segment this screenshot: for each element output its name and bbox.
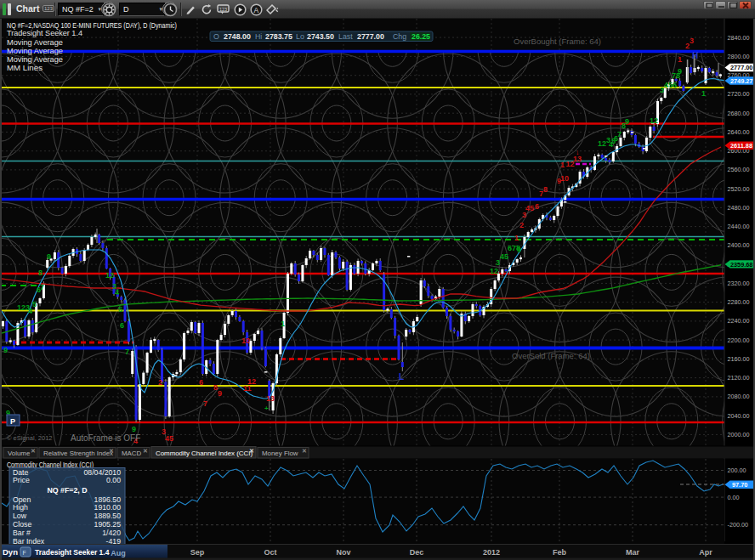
- svg-text:8: 8: [543, 185, 548, 194]
- svg-text:6: 6: [120, 321, 124, 330]
- svg-text:9: 9: [625, 117, 629, 126]
- svg-text:7: 7: [203, 399, 207, 408]
- svg-text:Chg: Chg: [393, 32, 406, 41]
- svg-text:Bar #: Bar #: [13, 529, 31, 537]
- svg-text:200.00: 200.00: [728, 467, 746, 474]
- svg-text:2: 2: [158, 378, 162, 387]
- svg-text:08/04/2010: 08/04/2010: [84, 468, 122, 477]
- svg-text:Volume: Volume: [8, 450, 31, 457]
- svg-text:1: 1: [281, 320, 285, 328]
- svg-text:1905.25: 1905.25: [94, 520, 122, 529]
- svg-text:2000.00: 2000.00: [728, 431, 750, 438]
- svg-text:AutoFrame is OFF: AutoFrame is OFF: [71, 433, 140, 443]
- svg-text:2611.88: 2611.88: [730, 142, 752, 150]
- svg-text:9: 9: [678, 67, 682, 76]
- svg-text:6: 6: [199, 378, 203, 387]
- svg-text:2160.00: 2160.00: [728, 355, 750, 363]
- svg-text:+: +: [264, 404, 269, 412]
- svg-text:Tradesight Seeker 1.4: Tradesight Seeker 1.4: [7, 29, 82, 37]
- svg-text:✕: ✕: [109, 448, 114, 454]
- svg-text:45: 45: [525, 204, 534, 212]
- svg-text:7: 7: [40, 283, 44, 291]
- svg-text:9: 9: [132, 425, 136, 433]
- svg-text:12: 12: [650, 116, 658, 125]
- svg-text:OverBought (Frame: 64): OverBought (Frame: 64): [514, 37, 601, 46]
- svg-text:10: 10: [241, 337, 250, 345]
- svg-text:12: 12: [105, 271, 114, 280]
- svg-text:Dyn: Dyn: [3, 547, 18, 557]
- svg-text:P: P: [10, 417, 15, 426]
- svg-text:12: 12: [490, 267, 498, 275]
- svg-text:↓: ↓: [576, 148, 580, 156]
- svg-text:L: L: [399, 372, 404, 382]
- svg-text:26.25: 26.25: [412, 32, 430, 41]
- svg-text:2320.00: 2320.00: [728, 280, 750, 287]
- svg-text:✕: ✕: [249, 448, 254, 454]
- svg-text:H: H: [692, 51, 698, 60]
- svg-text:45: 45: [500, 252, 508, 261]
- svg-text:High: High: [13, 503, 28, 512]
- svg-text:2840.00: 2840.00: [728, 34, 750, 42]
- svg-text:12: 12: [598, 139, 606, 148]
- svg-text:2720.00: 2720.00: [728, 90, 750, 98]
- svg-text:0.00: 0.00: [728, 494, 740, 501]
- svg-text:2200.00: 2200.00: [728, 337, 750, 344]
- svg-text:Oct: Oct: [264, 548, 276, 557]
- svg-text:7: 7: [617, 130, 622, 139]
- svg-text:Open: Open: [13, 495, 31, 504]
- svg-text:Commodity Channel Index (CCI): Commodity Channel Index (CCI): [156, 450, 253, 457]
- svg-text:Tradesight Seeker 1.4: Tradesight Seeker 1.4: [35, 548, 110, 557]
- svg-text:MM Lines: MM Lines: [7, 64, 43, 72]
- svg-text:456: 456: [664, 81, 677, 89]
- svg-text:Last: Last: [338, 32, 353, 41]
- svg-text:Price: Price: [13, 476, 30, 484]
- svg-text:Aug: Aug: [111, 549, 126, 557]
- svg-text:9: 9: [218, 389, 222, 398]
- svg-text:8: 8: [38, 269, 43, 277]
- svg-text:2749.27: 2749.27: [730, 77, 752, 85]
- svg-text:Date: Date: [13, 468, 29, 477]
- svg-text:1: 1: [701, 89, 706, 98]
- svg-text:F: F: [23, 550, 26, 556]
- svg-text:1896.50: 1896.50: [94, 495, 122, 504]
- svg-text:2240.00: 2240.00: [728, 317, 750, 325]
- svg-text:10: 10: [560, 174, 569, 183]
- svg-text:Moving Average: Moving Average: [7, 47, 63, 55]
- svg-text:Apr: Apr: [699, 548, 712, 557]
- svg-text:1: 1: [560, 161, 565, 169]
- svg-text:2400.00: 2400.00: [728, 241, 750, 249]
- svg-text:-200.00: -200.00: [728, 521, 748, 529]
- svg-text:97.70: 97.70: [732, 481, 747, 489]
- svg-text:2640.00: 2640.00: [728, 128, 750, 136]
- svg-text:A: A: [254, 6, 259, 14]
- svg-text:0.00: 0.00: [106, 476, 121, 484]
- svg-text:2680.00: 2680.00: [728, 110, 750, 117]
- svg-text:5: 5: [32, 300, 37, 308]
- svg-text:O: O: [213, 32, 219, 41]
- svg-text:2120.00: 2120.00: [728, 374, 750, 382]
- svg-text:Money Flow: Money Flow: [262, 450, 298, 457]
- svg-text:Relative Strength Index: Relative Strength Index: [43, 450, 113, 457]
- svg-text:✕: ✕: [302, 448, 307, 454]
- svg-text:6: 6: [535, 202, 539, 211]
- svg-text:Close: Close: [13, 520, 31, 529]
- svg-text:✕: ✕: [143, 448, 148, 454]
- svg-text:2748.00: 2748.00: [224, 32, 251, 41]
- svg-text:2800.00: 2800.00: [728, 53, 750, 60]
- svg-text:Sep: Sep: [190, 548, 205, 557]
- svg-text:13: 13: [266, 394, 275, 403]
- svg-text:Low: Low: [13, 512, 27, 520]
- svg-text:2777.00: 2777.00: [357, 32, 384, 41]
- svg-text:2440.00: 2440.00: [728, 223, 750, 230]
- svg-text:9: 9: [517, 246, 521, 254]
- svg-text:Hi: Hi: [255, 32, 262, 41]
- svg-text:2012: 2012: [483, 548, 500, 557]
- svg-text:1: 1: [678, 55, 682, 64]
- svg-text:4: 4: [115, 288, 119, 297]
- svg-text:45: 45: [165, 434, 173, 443]
- svg-text:5: 5: [118, 305, 122, 314]
- svg-text:Dec: Dec: [410, 548, 424, 557]
- svg-text:2560.00: 2560.00: [728, 166, 750, 173]
- svg-text:2520.00: 2520.00: [728, 185, 750, 193]
- svg-text:2743.50: 2743.50: [307, 32, 334, 41]
